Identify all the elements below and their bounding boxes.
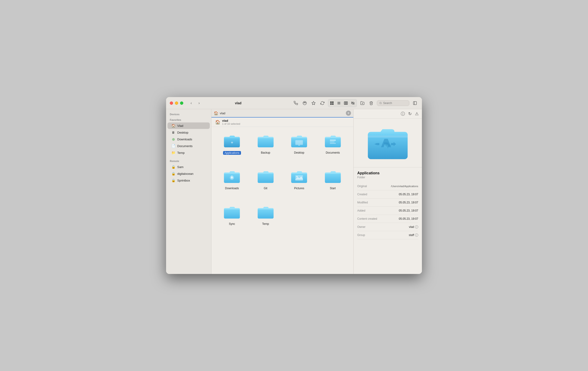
- sidebar-item-sam-label: Sam: [177, 165, 184, 169]
- search-box[interactable]: [377, 100, 409, 106]
- file-label-documents: Documents: [326, 151, 340, 154]
- file-item-sync[interactable]: Sync: [216, 202, 248, 236]
- path-add-button[interactable]: +: [346, 110, 351, 116]
- original-value: /Users/vlad/Applications: [391, 185, 418, 188]
- created-label: Created: [357, 193, 367, 196]
- search-input[interactable]: [383, 101, 407, 105]
- lock-icon-do: 🔒: [171, 172, 175, 176]
- file-item-downloads[interactable]: Downloads: [216, 166, 248, 200]
- sidebar-item-vlad[interactable]: 🏠 Vlad: [168, 122, 210, 129]
- traffic-lights: [170, 101, 183, 105]
- finder-window: ‹ › vlad: [166, 97, 422, 274]
- file-item-documents[interactable]: Documents: [317, 131, 349, 164]
- info-folder-name: Applications: [357, 171, 418, 175]
- pictures-folder-icon: [291, 168, 307, 185]
- file-label-downloads: Downloads: [225, 187, 239, 190]
- info-row-modified: Modified 05.05.23, 19:07: [357, 198, 418, 207]
- git-folder-icon: [257, 168, 274, 185]
- file-item-start[interactable]: Start: [317, 166, 349, 200]
- info-row-created: Created 05.05.23, 19:07: [357, 190, 418, 198]
- svg-rect-28: [298, 145, 300, 146]
- sidebar-item-temp-label: Temp: [177, 151, 185, 154]
- sidebar: Devices Favorites 🏠 Vlad 🖥 Desktop ⊕ Dow…: [166, 109, 211, 274]
- view-grid-button[interactable]: [329, 100, 335, 106]
- view-list-button[interactable]: [336, 100, 342, 106]
- sidebar-item-desktop-label: Desktop: [177, 131, 189, 134]
- svg-rect-44: [368, 135, 408, 138]
- svg-rect-42: [258, 208, 273, 218]
- content-created-value: 05.05.23, 19:07: [399, 217, 418, 220]
- file-label-git: Git: [264, 187, 267, 190]
- applications-big-folder-icon: ✦: [367, 124, 409, 162]
- svg-point-1: [304, 102, 304, 103]
- close-button[interactable]: [170, 101, 173, 105]
- svg-point-0: [303, 101, 306, 105]
- backup-folder-icon: [257, 133, 274, 150]
- delete-button[interactable]: [368, 100, 375, 106]
- file-item-desktop[interactable]: Desktop: [283, 131, 315, 164]
- documents-folder-icon: [325, 133, 341, 150]
- modified-label: Modified: [357, 201, 368, 204]
- group-label: Group: [357, 233, 365, 237]
- svg-marker-4: [312, 101, 315, 105]
- search-icon: [379, 102, 382, 105]
- view-column-button[interactable]: [343, 100, 349, 106]
- minimize-button[interactable]: [175, 101, 178, 105]
- action-icon-star[interactable]: [310, 100, 317, 106]
- sidebar-devices-label: Devices: [166, 111, 211, 117]
- action-icon-sync[interactable]: [319, 100, 326, 106]
- svg-line-20: [381, 104, 381, 104]
- svg-rect-12: [344, 102, 345, 105]
- file-item-git[interactable]: Git: [250, 166, 282, 200]
- svg-rect-25: [258, 137, 273, 147]
- added-label: Added: [357, 209, 365, 212]
- sidebar-item-digitalocean[interactable]: 🔒 digitalocean: [168, 170, 210, 177]
- sync-icon[interactable]: ↻: [408, 111, 412, 116]
- content-created-label: Content created: [357, 217, 377, 220]
- action-icon-palette[interactable]: [301, 100, 308, 106]
- toolbar-icons: [293, 99, 418, 107]
- sidebar-item-temp[interactable]: 📁 Temp: [168, 149, 210, 156]
- applications-folder-icon: ✦: [223, 133, 240, 150]
- view-hide-button[interactable]: [350, 100, 356, 106]
- svg-rect-36: [258, 173, 273, 183]
- sidebar-item-sprintbox[interactable]: 🔒 Sprintbox: [168, 177, 210, 184]
- info-folder-preview: ✦: [354, 119, 422, 167]
- temp-icon: 📁: [171, 151, 175, 155]
- sidebar-item-desktop[interactable]: 🖥 Desktop: [168, 129, 210, 136]
- new-folder-button[interactable]: [359, 100, 366, 106]
- file-item-backup[interactable]: Backup: [250, 131, 282, 164]
- svg-point-2: [304, 102, 305, 102]
- lock-icon-sam: 🔒: [171, 165, 175, 169]
- file-item-pictures[interactable]: Pictures: [283, 166, 315, 200]
- sidebar-item-downloads[interactable]: ⊕ Downloads: [168, 136, 210, 142]
- file-item-temp[interactable]: Temp: [250, 202, 282, 236]
- sidebar-favorites-label: Favorites: [166, 117, 211, 122]
- file-label-applications: Applications: [223, 151, 241, 155]
- sidebar-item-vlad-label: Vlad: [177, 124, 183, 128]
- sidebar-toggle-button[interactable]: [412, 100, 418, 106]
- sync-folder-icon: [223, 204, 240, 221]
- sidebar-item-sam[interactable]: 🔒 Sam: [168, 164, 210, 170]
- file-item-applications[interactable]: ✦ Applications: [216, 131, 248, 164]
- maximize-button[interactable]: [180, 101, 183, 105]
- warning-icon[interactable]: ⚠: [415, 111, 419, 116]
- svg-rect-41: [224, 208, 240, 218]
- created-value: 05.05.23, 19:07: [399, 193, 418, 196]
- info-icon[interactable]: ⓘ: [401, 111, 405, 117]
- sidebar-item-documents[interactable]: 📄 Documents: [168, 143, 210, 149]
- view-toggle: [328, 99, 357, 107]
- home-icon: 🏠: [171, 124, 175, 128]
- temp-folder-icon: [257, 204, 274, 221]
- svg-rect-40: [325, 173, 341, 183]
- lock-icon-sb: 🔒: [171, 178, 175, 183]
- modified-value: 05.05.23, 19:07: [399, 201, 418, 204]
- action-icon-phone[interactable]: [293, 100, 299, 106]
- owner-check-icon: ✓: [415, 225, 418, 229]
- downloads-icon: ⊕: [171, 137, 175, 141]
- sidebar-remote-label: Remote: [166, 158, 211, 164]
- svg-rect-47: [384, 143, 387, 144]
- svg-rect-6: [332, 101, 334, 103]
- path-item-vlad[interactable]: 🏠 vlad: [214, 111, 225, 115]
- original-label: Original: [357, 185, 367, 188]
